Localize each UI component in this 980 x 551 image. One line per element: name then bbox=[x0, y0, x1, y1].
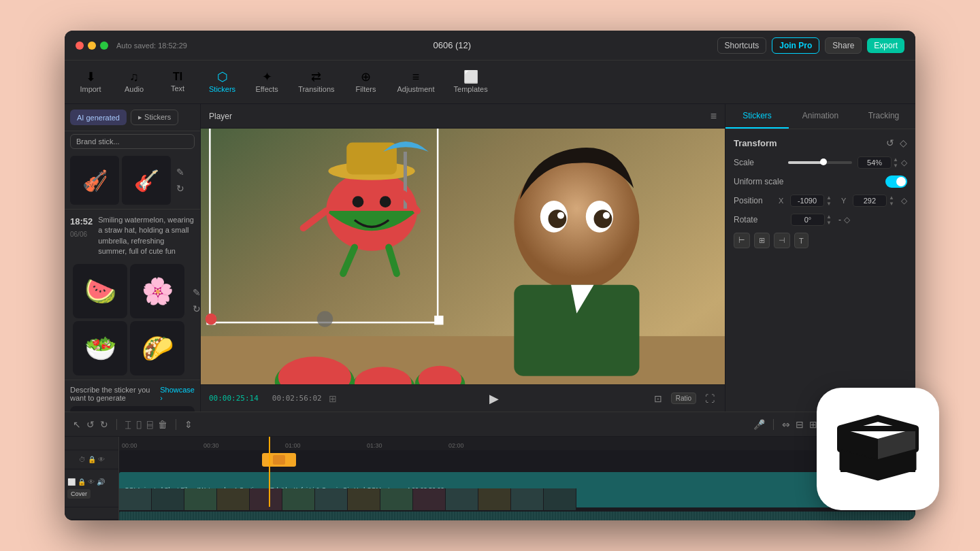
rotate-stepper[interactable]: ▲ ▼ bbox=[826, 214, 832, 226]
scale-label: Scale bbox=[734, 158, 788, 167]
mic-icon[interactable]: 🎤 bbox=[753, 419, 765, 430]
sticker-burger-1[interactable]: 🌮 bbox=[130, 321, 184, 375]
pos-x-stepper[interactable]: ▲ ▼ bbox=[826, 195, 832, 207]
expand-icon[interactable]: ⊡ bbox=[654, 393, 662, 404]
delete-tool[interactable]: 🗑 bbox=[158, 419, 167, 430]
tl-sep-1 bbox=[116, 419, 117, 430]
sticker-preview-guitar[interactable]: 🎸 bbox=[122, 156, 171, 205]
timeline-toolbar: ↖ ↺ ↻ ⌶ ⌷ ⌸ 🗑 ⇕ 🎤 ⇔ ⊟ ⊞ ⇔ ⊡ ⊕ ⊖ ━━━ ⊛ bbox=[65, 412, 915, 437]
thumb-4 bbox=[217, 488, 250, 510]
player-menu-icon[interactable]: ≡ bbox=[710, 110, 717, 122]
align-left[interactable]: ⊢ bbox=[734, 233, 750, 248]
prompt-input[interactable]: Smiling watermelon, wearing a straw hat,… bbox=[76, 410, 189, 412]
align-text[interactable]: T bbox=[794, 233, 808, 248]
tl-sep-3 bbox=[773, 419, 774, 430]
player-bar: Player ≡ bbox=[201, 104, 725, 129]
scale-row: Scale 54% ▲ ▼ ◇ bbox=[734, 156, 907, 169]
scale-value[interactable]: 54% bbox=[858, 156, 892, 169]
redo-tool[interactable]: ↻ bbox=[100, 419, 108, 430]
sticker-clip[interactable] bbox=[262, 453, 296, 467]
position-x-field: X -1090 ▲ ▼ bbox=[779, 195, 832, 207]
right-tabs: Stickers Animation Tracking bbox=[725, 104, 915, 129]
split-tool[interactable]: ⌶ bbox=[125, 419, 131, 430]
svg-point-13 bbox=[557, 212, 564, 219]
export-button[interactable]: Export bbox=[867, 38, 904, 53]
sticker-preview-violin[interactable]: 🎻 bbox=[70, 156, 119, 205]
tag-brand[interactable]: Brand stick... bbox=[70, 134, 195, 149]
scale-diamond[interactable]: ◇ bbox=[901, 158, 907, 167]
tag-ai-generated[interactable]: AI generated bbox=[70, 110, 127, 125]
align-right[interactable]: ⊣ bbox=[774, 233, 790, 248]
scale-stepper[interactable]: ▲ ▼ bbox=[893, 157, 898, 169]
pos-y-stepper[interactable]: ▲ ▼ bbox=[889, 195, 894, 207]
tab-stickers[interactable]: Stickers bbox=[725, 104, 789, 129]
refresh-icon-2[interactable]: ↻ bbox=[193, 303, 201, 314]
cover-label[interactable]: Cover bbox=[67, 489, 91, 499]
tab-animation[interactable]: Animation bbox=[789, 104, 852, 129]
share-button[interactable]: Share bbox=[825, 37, 862, 54]
tool-filters[interactable]: ⊕ Filters bbox=[346, 67, 387, 97]
tool-adjustment[interactable]: ≡ Adjustment bbox=[389, 67, 443, 97]
tool-audio[interactable]: ♫ Audio bbox=[114, 67, 154, 97]
tool-templates[interactable]: ⬜ Templates bbox=[446, 67, 496, 97]
undo-tool[interactable]: ↺ bbox=[86, 419, 95, 430]
sticker-watermelon-1[interactable]: 🍉 bbox=[73, 264, 127, 318]
ratio-button[interactable]: Ratio bbox=[671, 393, 696, 404]
position-label: Position bbox=[734, 196, 774, 205]
uniform-scale-toggle[interactable] bbox=[885, 176, 907, 188]
split-clip-icon[interactable]: ⊟ bbox=[796, 419, 804, 430]
pos-diamond[interactable]: ◇ bbox=[901, 196, 907, 205]
align-center-h[interactable]: ⊞ bbox=[754, 233, 770, 248]
edit-icon-2[interactable]: ✎ bbox=[193, 287, 201, 298]
minimize-button[interactable] bbox=[88, 41, 96, 50]
svg-point-12 bbox=[594, 210, 612, 228]
sticker-clip-inner bbox=[273, 455, 285, 465]
effects-icon: ✦ bbox=[262, 71, 272, 83]
tab-tracking[interactable]: Tracking bbox=[852, 104, 915, 129]
tool-stickers[interactable]: ⬡ Stickers bbox=[201, 67, 244, 97]
tool-effects[interactable]: ✦ Effects bbox=[246, 67, 287, 97]
fullscreen-icon[interactable]: ⛶ bbox=[705, 393, 715, 404]
track-label-controls: ⏱ 🔒 👁 bbox=[65, 450, 118, 469]
diamond-icon[interactable]: ◇ bbox=[900, 137, 907, 148]
edit-icon[interactable]: ✎ bbox=[176, 167, 184, 178]
audio-track bbox=[119, 510, 915, 520]
track-label-main: ⬜ 🔒 👁 🔊 Cover bbox=[65, 469, 118, 507]
tool-import[interactable]: ⬇ Import bbox=[70, 67, 111, 97]
position-y-value[interactable]: 292 bbox=[853, 195, 887, 207]
svg-point-18 bbox=[353, 196, 364, 207]
tag-stickers[interactable]: ▸ Stickers bbox=[131, 110, 178, 125]
main-content: AI generated ▸ Stickers Brand stick... 🎻… bbox=[65, 104, 915, 412]
showcase-link[interactable]: Showcase › bbox=[160, 386, 195, 402]
mirror-tool[interactable]: ⇕ bbox=[184, 419, 193, 430]
tool-text[interactable]: TI Text bbox=[157, 67, 198, 97]
window-title: 0606 (12) bbox=[187, 40, 717, 50]
rotate-value[interactable]: 0° bbox=[791, 214, 825, 226]
scale-slider[interactable] bbox=[788, 161, 852, 164]
svg-rect-31 bbox=[434, 316, 443, 324]
join-pro-button[interactable]: Join Pro bbox=[772, 37, 819, 54]
reset-icon[interactable]: ↺ bbox=[886, 137, 894, 148]
position-y-field: Y 292 ▲ ▼ bbox=[841, 195, 894, 207]
import-icon: ⬇ bbox=[86, 71, 96, 83]
grid-icon[interactable]: ⊞ bbox=[329, 393, 337, 404]
split2-tool[interactable]: ⌷ bbox=[136, 419, 142, 430]
maximize-button[interactable] bbox=[100, 41, 108, 50]
split3-tool[interactable]: ⌸ bbox=[147, 419, 152, 430]
player-controls: 00:00:25:14 00:02:56:02 ⊞ ▶ ⊡ Ratio ⛶ bbox=[201, 384, 725, 412]
cursor-tool[interactable]: ↖ bbox=[73, 419, 81, 430]
tool-transitions[interactable]: ⇄ Transitions bbox=[290, 67, 342, 97]
title-bar: Auto saved: 18:52:29 0606 (12) Shortcuts… bbox=[65, 31, 915, 61]
refresh-icon[interactable]: ↻ bbox=[176, 183, 184, 194]
sticker-watermelon-2[interactable]: 🥗 bbox=[73, 321, 127, 375]
close-button[interactable] bbox=[76, 41, 84, 50]
zoom-fit-icon[interactable]: ⇔ bbox=[782, 419, 790, 430]
rotate-diamond[interactable]: ◇ bbox=[844, 215, 850, 224]
play-button[interactable]: ▶ bbox=[489, 391, 499, 406]
timeline-playhead[interactable] bbox=[269, 437, 270, 507]
position-x-value[interactable]: -1090 bbox=[790, 195, 824, 207]
thumb-1 bbox=[119, 488, 152, 510]
sticker-flower-1[interactable]: 🌸 bbox=[130, 264, 184, 318]
sticker-preview-actions: ✎ ↻ bbox=[174, 156, 187, 205]
shortcuts-button[interactable]: Shortcuts bbox=[717, 37, 767, 54]
